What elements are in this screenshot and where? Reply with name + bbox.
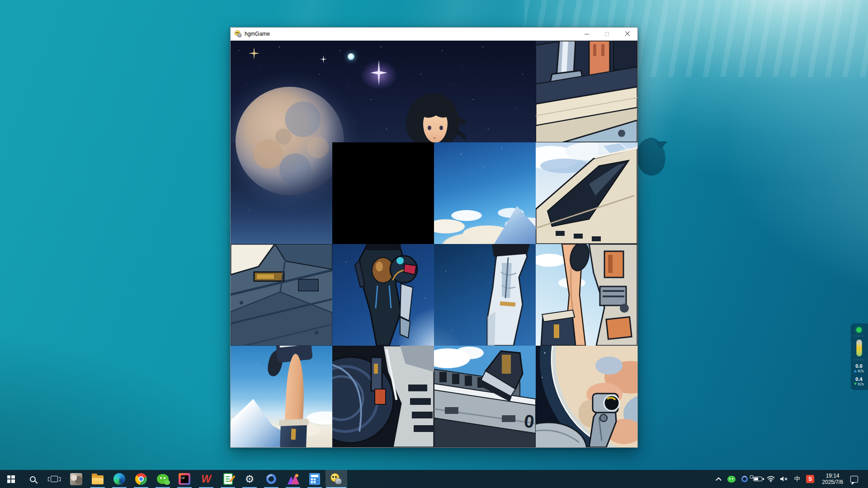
ring-app-icon [264, 472, 278, 486]
tray-sogou-input[interactable]: S [805, 470, 815, 488]
tile-steel-armor-panels[interactable] [231, 244, 332, 346]
cat-photo-icon [70, 473, 82, 485]
taskbar-item-wechat[interactable] [152, 470, 174, 488]
tile-dark-machinery[interactable] [332, 346, 434, 447]
taskbar-item-settings[interactable]: ⚙ [239, 470, 260, 488]
hidden-icons-chevron[interactable] [713, 470, 723, 488]
task-view-icon [51, 476, 58, 482]
deck-art: 0 [434, 346, 536, 447]
tray-ime-mode[interactable]: 中 [792, 470, 802, 488]
close-button[interactable] [617, 28, 637, 40]
search-icon [30, 476, 36, 482]
window-title: hgmGame [245, 31, 270, 37]
armored-boot [280, 422, 307, 447]
tray-clock[interactable]: 19:14 2025/7/6 [818, 473, 847, 485]
mecha-hull-art [536, 41, 637, 142]
minimize-button[interactable] [576, 28, 597, 40]
windows-logo-icon [7, 475, 15, 483]
intellij-icon: IJ [179, 473, 190, 485]
taskbar-item-file-explorer[interactable] [87, 470, 108, 488]
battery-capsule-indicator [856, 339, 862, 357]
taskbar: IJ W ⚙ [0, 470, 868, 488]
taskbar-item-chrome[interactable] [130, 470, 152, 488]
taskbar-search-button[interactable] [22, 470, 43, 488]
desktop-screen: hgmGame [0, 0, 868, 488]
system-tray: 中 S 19:14 2025/7/6 [712, 470, 868, 488]
tile-armored-torso-girl[interactable] [332, 244, 434, 346]
thigh-mecha-art [536, 244, 637, 346]
taskbar-item-python-game[interactable] [326, 470, 347, 488]
edge-icon [113, 473, 125, 485]
taskbar-item-wps[interactable]: W [195, 470, 217, 488]
ring-app-tray-icon [741, 476, 748, 482]
taskbar-item-ai-app[interactable] [282, 470, 304, 488]
tile-empty-black [332, 142, 434, 244]
moon [236, 87, 344, 195]
close-icon [625, 31, 630, 37]
hull-number-marking: 0 [523, 411, 535, 432]
tray-ring-app[interactable] [740, 470, 750, 488]
wechat-icon [157, 474, 169, 484]
calculator-icon [309, 473, 320, 485]
machinery-art [332, 346, 434, 447]
white-sparkle-star [320, 55, 327, 63]
taskbar-item-notes[interactable] [217, 470, 239, 488]
planet-turret-art [536, 346, 637, 447]
tile-thigh-and-mecha-blocks[interactable] [536, 244, 637, 346]
puzzle-board: 0 [231, 41, 637, 447]
divider [853, 360, 865, 360]
download-unit: K/s [858, 382, 863, 386]
taskbar-item-calculator[interactable] [304, 470, 326, 488]
taskbar-item-intellij[interactable]: IJ [174, 470, 195, 488]
task-view-button[interactable] [43, 470, 65, 488]
net-speed-widget: 0.0 K/s 0.4 K/s [851, 324, 868, 390]
upload-arrow-icon [854, 370, 857, 372]
tray-wechat[interactable] [726, 470, 736, 488]
file-explorer-icon [92, 475, 104, 484]
ai-app-icon [287, 474, 299, 484]
action-center-icon [850, 476, 858, 483]
chevron-up-icon [716, 477, 722, 483]
intellij-letters: IJ [181, 475, 189, 483]
ime-chinese-label: 中 [794, 475, 800, 483]
tray-battery[interactable] [753, 470, 763, 488]
silver-suit-art [434, 244, 536, 346]
tile-sky-cloud-sea[interactable] [434, 142, 536, 244]
tile-cloud-sea-leg-boot[interactable] [231, 346, 332, 447]
window-titlebar[interactable]: hgmGame [231, 28, 637, 41]
girl-leg [274, 346, 328, 447]
tile-silver-suit-girl[interactable] [434, 244, 536, 346]
taskbar-item-edge[interactable] [108, 470, 130, 488]
tray-volume[interactable] [779, 470, 789, 488]
wechat-tray-icon [727, 476, 736, 483]
upload-unit: K/s [858, 369, 863, 373]
divider [853, 336, 865, 336]
boot-cuff [279, 419, 309, 426]
tile-mecha-hull-orange-panel[interactable] [536, 41, 637, 142]
taskbar-item-cat-photo-app[interactable] [65, 470, 87, 488]
tile-ship-deck-with-boot[interactable]: 0 [434, 346, 536, 447]
maximize-icon [605, 32, 609, 36]
start-button[interactable] [0, 470, 22, 488]
download-speed: 0.4 [854, 376, 863, 382]
wifi-icon [767, 476, 775, 482]
sogou-icon: S [806, 475, 814, 483]
chrome-icon [135, 473, 147, 485]
wps-icon: W [201, 474, 211, 484]
taskbar-item-ring-app[interactable] [260, 470, 282, 488]
armor-panels-art [231, 244, 332, 346]
volume-muted-icon [780, 476, 788, 482]
tray-wifi[interactable] [766, 470, 776, 488]
action-center-button[interactable] [850, 470, 860, 488]
maximize-button[interactable] [597, 28, 617, 40]
ship-nose-art [536, 142, 637, 244]
girl-portrait [406, 93, 466, 142]
gold-sparkle-star [249, 47, 259, 60]
status-green-dot [856, 327, 862, 333]
boot-buckle [291, 429, 296, 440]
tile-planet-and-turret[interactable] [536, 346, 637, 447]
tile-ship-nose-over-clouds[interactable] [536, 142, 637, 244]
girl-eye [439, 126, 443, 130]
python-app-icon [235, 30, 242, 38]
hgmgame-window: hgmGame [230, 27, 638, 448]
